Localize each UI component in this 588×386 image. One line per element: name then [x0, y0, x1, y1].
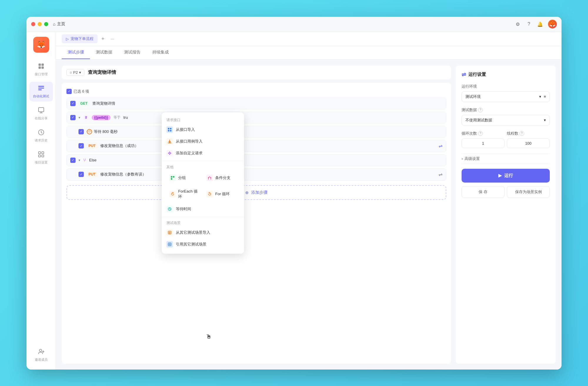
svg-rect-7: [39, 108, 44, 112]
sub-tab-test-steps[interactable]: 测试步骤: [62, 46, 90, 59]
traffic-lights: [31, 22, 48, 26]
data-select[interactable]: 不使用测试数据 ▾: [462, 115, 550, 126]
svg-rect-4: [38, 86, 44, 87]
data-help-icon[interactable]: ?: [478, 108, 483, 112]
svg-rect-14: [168, 128, 169, 129]
bell-icon[interactable]: 🔔: [537, 21, 543, 27]
import-api-label: 从接口导入: [176, 127, 195, 132]
titlebar: ⌂ 主页 ⚙ ? 🔔 🦊: [26, 17, 562, 32]
run-button[interactable]: ▶ 运行: [462, 169, 550, 183]
dropdown-foreach[interactable]: ForEach 循环: [166, 186, 202, 202]
help-icon[interactable]: ?: [526, 21, 532, 27]
add-step-label: 添加步骤: [251, 190, 268, 195]
step-item-3: ✓ ⏱ 等待 800 毫秒: [66, 126, 446, 138]
env-select[interactable]: 测试环境 ▾ ≡: [462, 91, 550, 102]
dropdown-wait[interactable]: 等待时间: [162, 203, 244, 215]
ref-scene-icon: [166, 241, 173, 248]
tab-label: 宠物下单流程: [71, 36, 93, 41]
sidebar-item-project-settings[interactable]: 项目设置: [29, 148, 53, 168]
step-2-equals: 等于: [113, 115, 121, 120]
tab-more-button[interactable]: ···: [108, 35, 116, 43]
run-label: 运行: [504, 173, 513, 178]
dropdown-group[interactable]: 分组: [166, 172, 202, 184]
svg-rect-16: [168, 130, 169, 131]
priority-chevron: ▾: [79, 70, 81, 75]
tab-bar: ▷ 宠物下单流程 + ···: [56, 32, 562, 46]
step-3-name: 等待 800 毫秒: [94, 129, 118, 134]
loop-input[interactable]: [462, 138, 505, 148]
maximize-button[interactable]: [44, 22, 48, 26]
svg-rect-11: [39, 155, 41, 157]
sidebar-item-auto-test[interactable]: 自动化测试: [29, 82, 53, 101]
sub-tab-test-report[interactable]: 测试报告: [118, 46, 146, 59]
svg-point-13: [39, 349, 42, 352]
data-expand-icon: ▾: [544, 118, 546, 122]
step-5-checkbox[interactable]: ✓: [70, 158, 76, 163]
step-6-action[interactable]: ⇌: [439, 172, 442, 177]
env-expand-icon: ▾: [539, 94, 541, 99]
step-4-action[interactable]: ⇌: [439, 143, 442, 149]
step-3-checkbox[interactable]: ✓: [78, 129, 84, 134]
ref-scene-label: 引用其它测试场景: [176, 242, 206, 247]
tab-pet-order[interactable]: ▷ 宠物下单流程: [62, 34, 98, 43]
request-history-icon: [38, 129, 45, 137]
step-item-6: ✓ PUT 修改宠物信息（参数有误） ⇌: [66, 168, 446, 181]
priority-dropdown[interactable]: ○ P2 ▾: [66, 69, 84, 76]
sidebar-item-request-history[interactable]: 请求历史: [29, 126, 53, 146]
svg-rect-2: [39, 66, 41, 69]
step-4-checkbox[interactable]: ✓: [78, 143, 84, 148]
dropdown-import-api[interactable]: 从接口导入: [162, 124, 244, 136]
thread-input[interactable]: [507, 138, 550, 148]
step-5-expand[interactable]: ▾: [78, 158, 80, 162]
svg-rect-3: [41, 66, 44, 69]
advanced-settings-toggle[interactable]: › 高级设置: [462, 153, 550, 164]
select-all-checkbox[interactable]: ✓: [66, 89, 72, 94]
env-label: 运行环境: [462, 84, 550, 89]
step-2-checkbox[interactable]: ✓: [70, 115, 76, 120]
step-5-else: Else: [89, 158, 442, 162]
thread-help-icon[interactable]: ?: [519, 131, 524, 136]
page-header: ○ P2 ▾ 查询宠物详情: [62, 66, 451, 79]
sidebar-logo[interactable]: 🦊: [33, 37, 49, 53]
save-label: 保 存: [479, 189, 487, 195]
titlebar-text: 主页: [57, 21, 65, 27]
save-scene-button[interactable]: 保存为场景实例: [507, 186, 550, 198]
step-1-checkbox[interactable]: ✓: [70, 101, 76, 106]
data-label: 测试数据 ?: [462, 107, 550, 113]
loop-help-icon[interactable]: ?: [478, 131, 483, 136]
avatar[interactable]: 🦊: [548, 20, 557, 29]
step-6-checkbox[interactable]: ✓: [78, 172, 84, 177]
import-api-icon: [166, 126, 173, 133]
dropdown-for[interactable]: For 循环: [203, 186, 239, 202]
step-4-method: PUT: [87, 143, 97, 148]
dropdown-import-scene[interactable]: 从其它测试场景导入: [162, 227, 244, 238]
loop-group: 循环次数 ?: [462, 131, 505, 148]
sub-tab-test-data[interactable]: 测试数据: [90, 46, 118, 59]
dropdown-other-row-1: 分组 条件分支: [162, 171, 244, 185]
sidebar-item-invite-members[interactable]: 邀请成员: [29, 345, 53, 365]
sub-tab-ci[interactable]: 持续集成: [146, 46, 175, 59]
add-step-button[interactable]: ⊕ 添加步骤: [66, 185, 446, 200]
import-case-label: 从接口用例导入: [176, 139, 203, 144]
minimize-button[interactable]: [38, 22, 42, 26]
run-play-icon: ▶: [498, 173, 502, 178]
tab-add-button[interactable]: +: [99, 35, 107, 43]
dropdown-import-case[interactable]: 从接口用例导入: [162, 136, 244, 147]
step-item-1: ✓ GET 查询宠物详情: [66, 98, 446, 109]
step-6-name: 修改宠物信息（参数有误）: [100, 172, 436, 177]
import-scene-icon: [166, 229, 173, 236]
close-button[interactable]: [31, 22, 35, 26]
dropdown-ref-scene[interactable]: 引用其它测试场景: [162, 238, 244, 250]
step-2-expand[interactable]: ▾: [78, 116, 80, 120]
add-step-plus: ⊕: [245, 190, 249, 195]
save-button[interactable]: 保 存: [462, 186, 505, 198]
sidebar-item-api-management[interactable]: 接口管理: [29, 60, 53, 79]
dropdown-condition[interactable]: 条件分支: [203, 172, 239, 184]
sidebar-item-online-share[interactable]: 在线分享: [29, 104, 53, 123]
settings-header: ⇌ 运行设置: [462, 71, 550, 78]
settings-icon[interactable]: ⚙: [514, 21, 521, 27]
thread-group: 线程数 ?: [507, 131, 550, 148]
main-layout: 🦊 接口管理: [26, 32, 562, 370]
tab-icon: ▷: [66, 37, 69, 41]
dropdown-custom-request[interactable]: 添加自定义请求: [162, 147, 244, 159]
